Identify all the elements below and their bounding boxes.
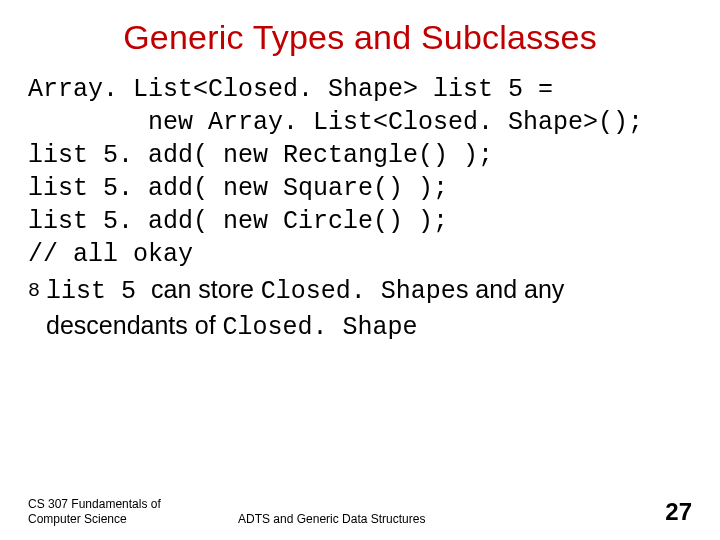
footer: CS 307 Fundamentals of Computer Science … [28, 497, 692, 526]
bullet-mono-2: Closed. Shape [261, 277, 456, 306]
footer-center: ADTS and Generic Data Structures [198, 512, 652, 526]
code-line-1: Array. List<Closed. Shape> list 5 = [28, 75, 553, 104]
bullet-plain-1: can store [151, 275, 261, 303]
bullet-mono-1: list 5 [46, 277, 151, 306]
code-line-4: list 5. add( new Square() ); [28, 174, 448, 203]
slide-title: Generic Types and Subclasses [28, 18, 692, 57]
bullet-marker: 8 [28, 279, 40, 303]
code-line-6: // all okay [28, 240, 193, 269]
code-line-5: list 5. add( new Circle() ); [28, 207, 448, 236]
code-line-3: list 5. add( new Rectangle() ); [28, 141, 493, 170]
bullet-item: 8 list 5 can store Closed. Shapes and an… [28, 273, 692, 344]
bullet-mono-3: Closed. Shape [223, 313, 418, 342]
code-block: Array. List<Closed. Shape> list 5 = new … [28, 73, 692, 271]
code-line-2: new Array. List<Closed. Shape>(); [28, 108, 643, 137]
slide: Generic Types and Subclasses Array. List… [0, 0, 720, 540]
bullet-text: list 5 can store Closed. Shapes and any … [46, 273, 692, 344]
page-number: 27 [652, 498, 692, 526]
footer-left: CS 307 Fundamentals of Computer Science [28, 497, 198, 526]
